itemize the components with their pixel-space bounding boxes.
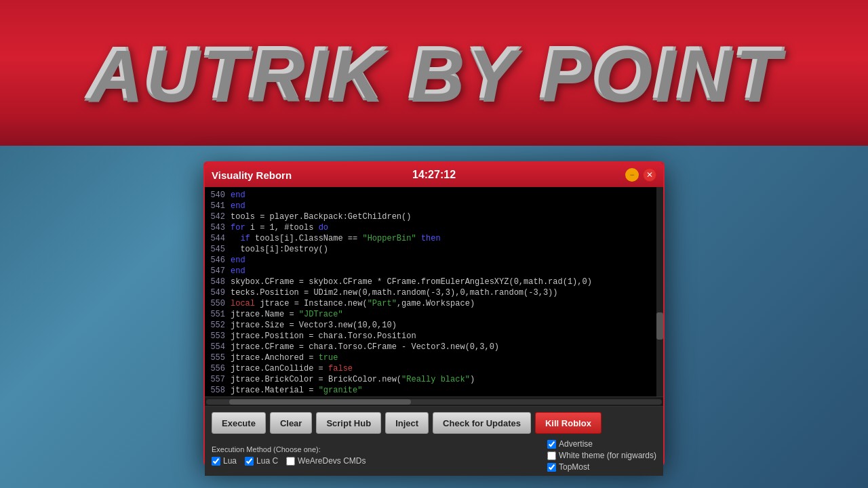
wearadevs-checkbox-item[interactable]: WeAreDevs CMDs bbox=[286, 456, 366, 466]
line-number: 544 bbox=[205, 233, 231, 244]
line-number: 549 bbox=[205, 287, 231, 298]
white-theme-checkbox[interactable] bbox=[547, 451, 556, 460]
table-row: 558jtrace.Material = "granite" bbox=[205, 385, 663, 396]
minimize-icon: − bbox=[629, 170, 634, 180]
line-number: 551 bbox=[205, 309, 231, 320]
hscroll-thumb[interactable] bbox=[229, 399, 412, 405]
table-row: 559BurningEff(jtrace) bbox=[205, 396, 663, 397]
table-row: 557jtrace.BrickColor = BrickColor.new("R… bbox=[205, 374, 663, 385]
lua-c-checkbox[interactable] bbox=[245, 457, 254, 466]
table-row: 554jtrace.CFrame = chara.Torso.CFrame - … bbox=[205, 342, 663, 352]
white-theme-label: White theme (for nigwards) bbox=[559, 451, 656, 460]
hscroll-track[interactable] bbox=[206, 399, 662, 405]
table-row: 549tecks.Position = UDim2.new(0,math.ran… bbox=[205, 287, 663, 298]
line-code: end bbox=[231, 201, 245, 211]
table-row: 552jtrace.Size = Vector3.new(10,0,10) bbox=[205, 320, 663, 331]
line-code: end bbox=[231, 266, 245, 277]
table-row: 556jtrace.CanCollide = false bbox=[205, 363, 663, 374]
line-code: local jtrace = Instance.new("Part",game.… bbox=[231, 298, 475, 309]
exec-checkboxes: Lua Lua C WeAreDevs CMDs bbox=[212, 456, 366, 466]
line-number: 545 bbox=[205, 244, 231, 255]
table-row: 551jtrace.Name = "JDTrace" bbox=[205, 309, 663, 320]
line-code: tecks.Position = UDim2.new(0,math.random… bbox=[231, 287, 557, 298]
line-number: 550 bbox=[205, 298, 231, 309]
table-row: 555jtrace.Anchored = true bbox=[205, 352, 663, 363]
line-number: 555 bbox=[205, 352, 231, 363]
line-number: 543 bbox=[205, 222, 231, 233]
table-row: 547end bbox=[205, 266, 663, 277]
execute-button[interactable]: Execute bbox=[212, 412, 266, 434]
lua-checkbox-item[interactable]: Lua bbox=[212, 456, 237, 466]
line-code: jtrace.Material = "granite" bbox=[231, 385, 362, 396]
line-number: 552 bbox=[205, 320, 231, 331]
banner-title: AUTRIK BY POINT bbox=[87, 30, 781, 116]
line-number: 556 bbox=[205, 363, 231, 374]
lua-c-checkbox-item[interactable]: Lua C bbox=[245, 456, 278, 466]
clear-button[interactable]: Clear bbox=[270, 412, 313, 434]
line-code: jtrace.CanCollide = false bbox=[231, 363, 353, 374]
scrollbar-thumb[interactable] bbox=[656, 312, 663, 340]
scripthub-button[interactable]: Script Hub bbox=[316, 412, 381, 434]
line-code: jtrace.Anchored = true bbox=[231, 352, 338, 363]
table-row: 544 if tools[i].ClassName == "HopperBin"… bbox=[205, 233, 663, 244]
checkupdates-button[interactable]: Check for Updates bbox=[433, 412, 531, 434]
title-bar-controls: − ✕ bbox=[625, 168, 656, 182]
vertical-scrollbar[interactable] bbox=[656, 187, 663, 396]
table-row: 542tools = player.Backpack:GetChildren() bbox=[205, 211, 663, 222]
line-number: 542 bbox=[205, 211, 231, 222]
line-code: for i = 1, #tools do bbox=[231, 222, 328, 233]
title-bar: Visuality Reborn 14:27:12 − ✕ bbox=[205, 163, 663, 187]
line-code: end bbox=[231, 190, 245, 201]
inject-button[interactable]: Inject bbox=[385, 412, 429, 434]
line-code: end bbox=[231, 255, 245, 266]
table-row: 546end bbox=[205, 255, 663, 266]
minimize-button[interactable]: − bbox=[625, 168, 639, 182]
line-number: 557 bbox=[205, 374, 231, 385]
line-code: BurningEff(jtrace) bbox=[231, 396, 319, 397]
line-code: tools = player.Backpack:GetChildren() bbox=[231, 211, 411, 222]
table-row: 553jtrace.Position = chara.Torso.Positio… bbox=[205, 331, 663, 342]
line-code: jtrace.Name = "JDTrace" bbox=[231, 309, 343, 320]
wearadevs-checkbox[interactable] bbox=[286, 457, 295, 466]
line-number: 548 bbox=[205, 277, 231, 287]
lua-checkbox[interactable] bbox=[212, 457, 220, 466]
line-code: jtrace.Position = chara.Torso.Position bbox=[231, 331, 416, 342]
advertise-checkbox[interactable] bbox=[547, 440, 556, 449]
close-icon: ✕ bbox=[646, 170, 653, 180]
line-code: jtrace.BrickColor = BrickColor.new("Real… bbox=[231, 374, 475, 385]
options-left: Execution Method (Choose one): Lua Lua C… bbox=[212, 445, 366, 466]
lua-label: Lua bbox=[223, 456, 237, 466]
window-time: 14:27:12 bbox=[412, 169, 456, 181]
exec-method-label: Execution Method (Choose one): bbox=[212, 445, 366, 453]
line-number: 547 bbox=[205, 266, 231, 277]
line-number: 546 bbox=[205, 255, 231, 266]
table-row: 540end bbox=[205, 190, 663, 201]
topmost-label: TopMost bbox=[559, 462, 589, 472]
code-scroll: 540end541end542tools = player.Backpack:G… bbox=[205, 187, 663, 397]
line-number: 541 bbox=[205, 201, 231, 211]
code-area[interactable]: 540end541end542tools = player.Backpack:G… bbox=[205, 187, 663, 397]
table-row: 550local jtrace = Instance.new("Part",ga… bbox=[205, 298, 663, 309]
app-window: Visuality Reborn 14:27:12 − ✕ 540end541e… bbox=[203, 161, 665, 466]
white-theme-checkbox-item[interactable]: White theme (for nigwards) bbox=[547, 451, 656, 460]
top-banner: AUTRIK BY POINT bbox=[0, 0, 868, 146]
topmost-checkbox[interactable] bbox=[547, 463, 556, 472]
title-bar-left: Visuality Reborn bbox=[212, 169, 292, 181]
advertise-checkbox-item[interactable]: Advertise bbox=[547, 439, 593, 449]
line-number: 554 bbox=[205, 342, 231, 352]
horizontal-scrollbar-area[interactable] bbox=[205, 397, 663, 407]
line-number: 559 bbox=[205, 396, 231, 397]
table-row: 543for i = 1, #tools do bbox=[205, 222, 663, 233]
line-code: tools[i]:Destroy() bbox=[231, 244, 328, 255]
topmost-checkbox-item[interactable]: TopMost bbox=[547, 462, 589, 472]
table-row: 541end bbox=[205, 201, 663, 211]
killroblox-button[interactable]: Kill Roblox bbox=[535, 412, 601, 434]
advertise-label: Advertise bbox=[559, 439, 593, 449]
close-button[interactable]: ✕ bbox=[643, 168, 656, 182]
line-number: 558 bbox=[205, 385, 231, 396]
bottom-controls: Execute Clear Script Hub Inject Check fo… bbox=[205, 407, 663, 476]
table-row: 548skybox.CFrame = skybox.CFrame * CFram… bbox=[205, 277, 663, 287]
button-row: Execute Clear Script Hub Inject Check fo… bbox=[212, 412, 656, 434]
line-code: jtrace.Size = Vector3.new(10,0,10) bbox=[231, 320, 397, 331]
line-number: 540 bbox=[205, 190, 231, 201]
